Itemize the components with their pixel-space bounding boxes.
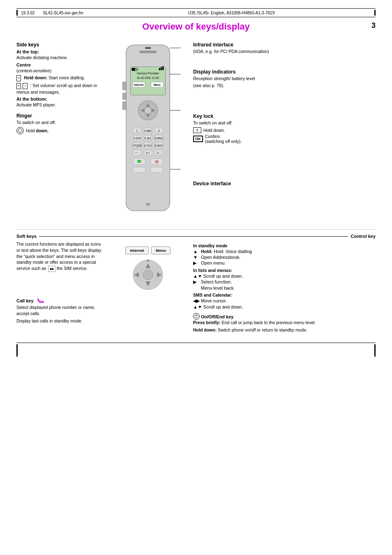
call-key-section: Call key Select displayed phone number o…: [16, 297, 103, 324]
header-filename: SL42-SL45-ovr-ger.fm: [43, 11, 83, 15]
key-lock-title: Key lock: [193, 113, 376, 119]
call-key-text1: Select displayed phone number or name, a…: [16, 304, 103, 316]
bottom-section: Soft keys Control key The current functi…: [16, 234, 376, 334]
menu-level-text: Menu level back.: [201, 286, 235, 290]
header-model: U35 /SL45i- English, A31008-H4860-A1-3-7…: [92, 11, 371, 15]
call-key-row: Call key: [16, 297, 103, 304]
control-key-label: Control key: [350, 234, 376, 239]
at-bottom-text: Activate MP3 player.: [16, 102, 103, 108]
sim-service-text: the SIM service.: [57, 266, 88, 271]
svg-rect-55: [133, 167, 145, 173]
svg-text:6 MNO: 6 MNO: [154, 137, 163, 140]
scroll-row2: ▲▼ Scroll up and down.: [193, 304, 376, 309]
hold-down-key-label: Hold down.: [203, 128, 225, 133]
ringer-label: Ringer: [16, 113, 103, 119]
svg-rect-17: [137, 69, 138, 70]
onoff-section: On/Off/End key: [193, 313, 376, 320]
scroll-text: Scroll up and down.: [203, 274, 243, 279]
call-key-icon: [35, 297, 44, 304]
left-column: Side keys At the top: Activate dictating…: [16, 39, 107, 226]
menu-level-row: Menu level back.: [193, 286, 376, 290]
phone-image: Service Provider 01.02.2001 10:35 Intern…: [113, 43, 183, 226]
svg-text:0 +: 0 +: [146, 152, 150, 154]
svg-rect-56: [150, 167, 163, 173]
svg-text:7 PQRS: 7 PQRS: [132, 144, 142, 147]
label-connector-left: [39, 236, 348, 237]
svg-rect-26: [122, 101, 126, 109]
ok-key-icon: OK: [193, 136, 203, 142]
svg-text:☎: ☎: [137, 159, 141, 164]
footer-bar-right: [374, 344, 376, 357]
open-menu-row: ▶ Open menu.: [193, 260, 376, 266]
plus-icon: +: [16, 75, 21, 81]
section-separator: [16, 229, 376, 230]
scroll-text2: Scroll up and down.: [203, 304, 243, 309]
svg-point-57: [146, 203, 150, 205]
onoff-title: On/Off/End key: [201, 314, 233, 319]
svg-text:Menu: Menu: [154, 83, 161, 86]
right-column: Infrared interface (IrDA, e.g. for PC/ P…: [189, 39, 376, 226]
svg-point-67: [143, 270, 153, 280]
right-arrow-standby: ▶: [193, 260, 200, 266]
display-indicators-block: Display indicators Reception strength/ b…: [193, 69, 376, 89]
svg-text:3: 3: [158, 129, 160, 132]
call-key-title: Call key: [16, 298, 34, 303]
nav-cross: ⚙: [127, 258, 168, 294]
open-menu-text: Open menu.: [201, 260, 226, 265]
right-arrow-list: ▶: [193, 279, 200, 285]
move-cursor-text: Move cursor.: [201, 298, 227, 303]
header-right-bar: [374, 10, 376, 16]
page-title: Overview of keys/display: [142, 21, 250, 32]
main-content: Side keys At the top: Activate dictating…: [16, 39, 376, 226]
svg-rect-12: [159, 68, 160, 70]
svg-text:Service Provider: Service Provider: [137, 71, 159, 75]
svg-rect-16: [132, 68, 136, 71]
center-column: Service Provider 01.02.2001 10:35 Intern…: [107, 39, 189, 226]
svg-rect-24: [122, 82, 126, 90]
ringer-row: ♪ Hold down.: [16, 127, 103, 134]
svg-rect-13: [161, 67, 162, 70]
internet-button[interactable]: Internet: [125, 246, 149, 254]
svg-text:4 GHI: 4 GHI: [134, 137, 141, 140]
hold-voice-text: Hold: Hold: Voice dialling: [201, 249, 252, 254]
hold-down-switch-text: Hold down: Switch phone on/off or return…: [193, 327, 376, 333]
sms-title: SMS and Calendar:: [193, 292, 376, 297]
key-lock-text: To switch on and off:: [193, 120, 376, 126]
at-top-label: At the top:: [16, 49, 103, 54]
confirm-row: OK Confirm (switching off only).: [193, 134, 376, 144]
hold-down-switch-label: Hold down:: [193, 327, 217, 332]
centre-sub: (context-sensitive): [16, 68, 103, 74]
display-indicators-title: Display indicators: [193, 69, 376, 75]
svg-text:♪: ♪: [19, 129, 21, 132]
svg-text:8 TUV: 8 TUV: [144, 144, 152, 147]
call-key-text2: Display last calls in standby mode.: [16, 318, 103, 324]
hold-down-switch-desc: Switch phone on/off or return to standby…: [218, 327, 307, 332]
svg-rect-3: [139, 51, 157, 53]
onoff-icon: [193, 313, 200, 320]
confirm-text: Confirm: [205, 134, 220, 139]
sim-service-icon: ■■: [48, 266, 55, 272]
soft-buttons-row: Internet Menu: [125, 246, 171, 254]
display-text: Reception strength/ battery level: [193, 76, 376, 82]
up-arrow-standby: ▲: [193, 249, 200, 254]
svg-text:Internet: Internet: [134, 83, 144, 86]
press-briefly-label: Press briefly:: [193, 320, 221, 325]
soft-keys-label: Soft keys: [16, 234, 37, 239]
bottom-center-col: Internet Menu: [107, 241, 189, 334]
ringer-icon: ♪: [16, 127, 24, 134]
switching-text: (switching off only).: [205, 139, 242, 144]
at-top-text: Activate dictating machine.: [16, 55, 103, 61]
page-title-container: Overview of keys/display 3: [16, 21, 376, 32]
footer-inner: [18, 344, 374, 357]
centre-label: Centre: [16, 62, 103, 67]
menu-button[interactable]: Menu: [151, 246, 171, 254]
bottom-right-col: In standby mode ▲ Hold: Hold: Voice dial…: [189, 241, 376, 334]
svg-point-23: [145, 107, 152, 114]
bottom-left-col: The current functions are displayed as i…: [16, 241, 107, 334]
open-address-text: Open Addressbook.: [201, 255, 241, 260]
svg-text:* ↑: * ↑: [136, 152, 138, 154]
set-volume-text: +− : Set volume/ scroll up and down in m…: [16, 83, 103, 95]
svg-text:⏻: ⏻: [155, 159, 159, 164]
display-see: (see also p. 79).: [193, 83, 376, 89]
at-bottom-label: At the bottom:: [16, 97, 103, 101]
